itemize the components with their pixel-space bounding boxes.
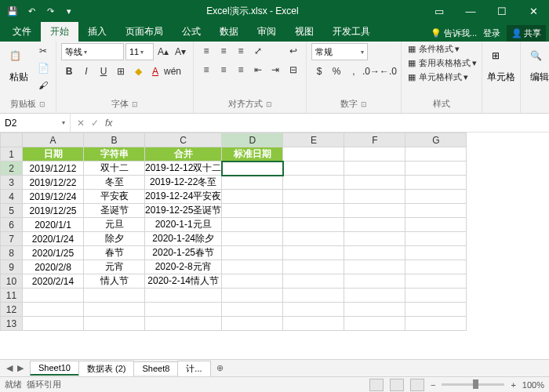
- cell[interactable]: [344, 317, 405, 331]
- align-top-icon[interactable]: ≡: [198, 43, 214, 59]
- cell[interactable]: [344, 218, 405, 232]
- cell[interactable]: [405, 260, 467, 274]
- cell[interactable]: 情人节: [84, 274, 145, 289]
- sheet-tab[interactable]: Sheet8: [133, 361, 178, 375]
- cells-button[interactable]: ⊞ 单元格: [487, 43, 515, 90]
- cell[interactable]: 2020-1-25春节: [145, 246, 222, 260]
- cell[interactable]: 圣诞节: [84, 204, 145, 218]
- cell[interactable]: [405, 317, 467, 331]
- row-header[interactable]: 1: [1, 147, 23, 162]
- cell[interactable]: 2019-12-25圣诞节: [145, 204, 222, 218]
- cell[interactable]: [405, 289, 467, 303]
- table-format-button[interactable]: ▦套用表格格式 ▾: [406, 57, 477, 69]
- column-header[interactable]: F: [344, 133, 405, 147]
- row-header[interactable]: 3: [1, 176, 23, 190]
- cell[interactable]: [283, 274, 344, 289]
- row-header[interactable]: 8: [1, 246, 23, 260]
- sheet-tab-active[interactable]: Sheet10: [30, 361, 79, 376]
- cell[interactable]: [145, 289, 222, 303]
- cell[interactable]: 2019/12/22: [23, 176, 84, 190]
- maximize-icon[interactable]: ☐: [486, 0, 518, 22]
- cell[interactable]: [405, 303, 467, 317]
- tab-dev[interactable]: 开发工具: [323, 22, 380, 42]
- cell[interactable]: [344, 176, 405, 190]
- save-icon[interactable]: 💾: [5, 3, 20, 19]
- cell[interactable]: [405, 232, 467, 246]
- cell[interactable]: [283, 176, 344, 190]
- cell[interactable]: [405, 162, 467, 176]
- cell[interactable]: [283, 303, 344, 317]
- tab-review[interactable]: 审阅: [248, 22, 285, 42]
- inc-decimal-icon[interactable]: .0→: [363, 64, 379, 79]
- view-layout-icon[interactable]: [390, 379, 404, 391]
- row-header[interactable]: 11: [1, 289, 23, 303]
- sheet-tab[interactable]: 计...: [177, 361, 210, 376]
- row-header[interactable]: 9: [1, 260, 23, 274]
- cell[interactable]: [283, 147, 344, 162]
- align-bottom-icon[interactable]: ≡: [233, 43, 249, 59]
- cell[interactable]: 2019-12-12双十二: [145, 162, 222, 176]
- cell[interactable]: [344, 289, 405, 303]
- cell[interactable]: 冬至: [84, 176, 145, 190]
- comma-icon[interactable]: ,: [346, 64, 362, 79]
- font-size-select[interactable]: 11▾: [125, 43, 154, 60]
- cell[interactable]: 元宵: [84, 260, 145, 274]
- formula-input[interactable]: [118, 114, 549, 132]
- login-link[interactable]: 登录: [483, 27, 500, 39]
- cell[interactable]: 2020-2-14情人节: [145, 274, 222, 289]
- enter-formula-icon[interactable]: ✓: [91, 118, 99, 129]
- cell[interactable]: [222, 303, 283, 317]
- tab-insert[interactable]: 插入: [78, 22, 116, 42]
- align-right-icon[interactable]: ≡: [233, 62, 249, 78]
- tab-home[interactable]: 开始: [41, 22, 78, 42]
- cell[interactable]: 春节: [84, 246, 145, 260]
- wrap-text-icon[interactable]: ↩: [285, 43, 301, 59]
- redo-icon[interactable]: ↷: [42, 3, 58, 19]
- view-normal-icon[interactable]: [369, 379, 384, 391]
- cell[interactable]: [222, 246, 283, 260]
- bold-button[interactable]: B: [61, 64, 77, 79]
- cell[interactable]: [344, 260, 405, 274]
- sheet-tab[interactable]: 数据表 (2): [78, 361, 135, 376]
- cell[interactable]: [405, 176, 467, 190]
- sheet-nav-next-icon[interactable]: ▶: [17, 363, 24, 373]
- cell[interactable]: [23, 289, 84, 303]
- currency-icon[interactable]: $: [311, 64, 327, 79]
- border-icon[interactable]: ⊞: [113, 64, 129, 79]
- cell[interactable]: 2020-2-8元宵: [145, 260, 222, 274]
- row-header[interactable]: 13: [1, 317, 23, 331]
- font-launcher-icon[interactable]: ⊡: [132, 100, 138, 108]
- cell[interactable]: 2019/12/24: [23, 190, 84, 204]
- undo-icon[interactable]: ↶: [24, 3, 39, 19]
- tell-me[interactable]: 💡 告诉我...: [431, 27, 477, 39]
- align-launcher-icon[interactable]: ⊡: [266, 100, 272, 108]
- cell[interactable]: [283, 246, 344, 260]
- cell[interactable]: [344, 274, 405, 289]
- select-all-corner[interactable]: [1, 133, 23, 147]
- minimize-icon[interactable]: —: [455, 0, 486, 22]
- cell[interactable]: [344, 246, 405, 260]
- close-icon[interactable]: ✕: [518, 0, 549, 22]
- cell[interactable]: [222, 289, 283, 303]
- cell[interactable]: 2019-12-24平安夜: [145, 190, 222, 204]
- cell[interactable]: [222, 274, 283, 289]
- cell[interactable]: 双十二: [84, 162, 145, 176]
- cell[interactable]: [405, 190, 467, 204]
- cell[interactable]: [283, 289, 344, 303]
- cond-format-button[interactable]: ▦条件格式 ▾: [406, 43, 477, 55]
- column-header[interactable]: D: [222, 133, 283, 147]
- tab-data[interactable]: 数据: [210, 22, 248, 42]
- row-header[interactable]: 4: [1, 190, 23, 204]
- row-header[interactable]: 12: [1, 303, 23, 317]
- cell[interactable]: [84, 303, 145, 317]
- cell[interactable]: 2019/12/12: [23, 162, 84, 176]
- underline-button[interactable]: U: [96, 64, 111, 79]
- align-middle-icon[interactable]: ≡: [216, 43, 231, 59]
- number-format-select[interactable]: 常规▾: [311, 43, 368, 60]
- cell[interactable]: [283, 190, 344, 204]
- zoom-level[interactable]: 100%: [522, 380, 544, 390]
- cell[interactable]: [222, 232, 283, 246]
- row-header[interactable]: 7: [1, 232, 23, 246]
- view-break-icon[interactable]: [410, 379, 424, 391]
- cell[interactable]: 2020/1/25: [23, 246, 84, 260]
